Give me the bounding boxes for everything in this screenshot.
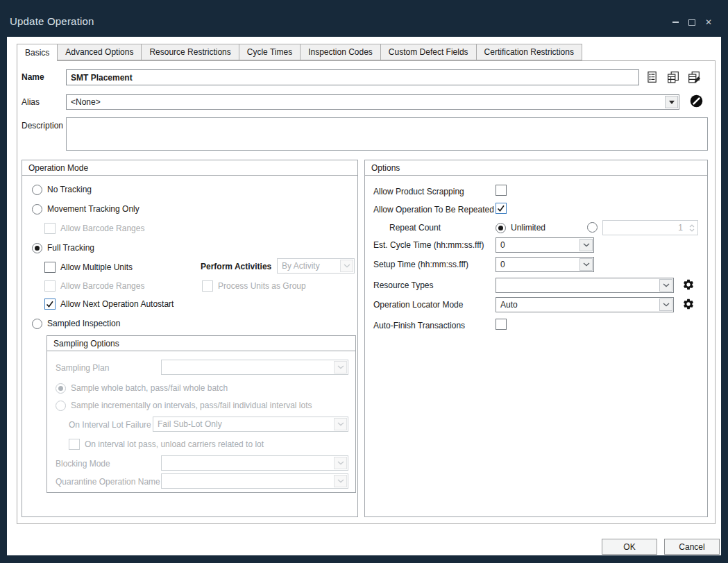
operation-locator-mode-label: Operation Locator Mode: [373, 300, 463, 310]
allow-product-scrapping-label: Allow Product Scrapping: [373, 187, 464, 196]
tab-resource-restrictions[interactable]: Resource Restrictions: [141, 44, 239, 60]
auto-finish-transactions-checkbox[interactable]: [496, 319, 507, 330]
options-group: Options Allow Product Scrapping Allow Op…: [364, 160, 708, 517]
tab-inspection-codes[interactable]: Inspection Codes: [300, 44, 381, 60]
alias-combobox[interactable]: <None>: [66, 94, 679, 110]
perform-activities-select: By Activity: [277, 258, 355, 274]
chevron-down-icon[interactable]: [579, 239, 593, 251]
tab-custom-defect-fields[interactable]: Custom Defect Fields: [380, 44, 477, 60]
radio-sampled-inspection[interactable]: Sampled Inspection: [32, 317, 120, 330]
radio-repeat-count-value[interactable]: [587, 222, 598, 233]
spinner-arrows-icon: [686, 221, 697, 235]
checkbox-icon[interactable]: [44, 299, 56, 310]
checkbox-full-allow-barcode-ranges: Allow Barcode Ranges: [44, 279, 144, 293]
minimize-button[interactable]: [670, 17, 681, 28]
checkbox-process-units-as-group: Process Units as Group: [202, 279, 306, 293]
checkbox-movement-allow-barcode-ranges: Allow Barcode Ranges: [44, 221, 144, 235]
perform-activities-label: Perform Activities: [201, 262, 271, 271]
copy-document-icon[interactable]: [667, 71, 679, 83]
chevron-down-icon: [334, 475, 347, 487]
operation-locator-mode-select[interactable]: Auto: [496, 297, 674, 312]
resource-types-gear-icon[interactable]: [682, 278, 695, 291]
resource-types-select[interactable]: [496, 278, 674, 293]
checkbox-icon: [202, 280, 213, 292]
checkbox-icon: [44, 280, 56, 292]
slash-circle-icon[interactable]: [690, 94, 702, 107]
alias-label: Alias: [22, 97, 40, 107]
checkbox-allow-multiple-units[interactable]: Allow Multiple Units: [44, 260, 133, 274]
copy-document-edit-icon[interactable]: [688, 71, 700, 83]
resource-types-label: Resource Types: [373, 280, 434, 290]
setup-time-label: Setup Time (hh:mm:ss.fff): [373, 260, 468, 269]
chevron-down-icon[interactable]: [659, 279, 672, 292]
chevron-down-icon: [334, 418, 347, 430]
repeat-count-label: Repeat Count: [389, 223, 441, 233]
radio-movement-tracking-only[interactable]: Movement Tracking Only: [32, 202, 139, 216]
sampling-options-group: Sampling Options Sampling Plan Sample wh…: [46, 335, 356, 493]
checkbox-allow-next-operation-autostart[interactable]: Allow Next Operation Autostart: [44, 297, 173, 311]
operation-locator-mode-gear-icon[interactable]: [682, 298, 695, 310]
tab-certification-restrictions[interactable]: Certification Restrictions: [476, 44, 582, 60]
radio-icon[interactable]: [32, 243, 42, 253]
radio-sample-whole-batch: Sample whole batch, pass/fail whole batc…: [56, 381, 228, 395]
chevron-down-icon: [340, 260, 353, 272]
on-interval-lot-failure-label: On Interval Lot Failure: [69, 420, 151, 430]
maximize-button[interactable]: [686, 17, 697, 28]
radio-no-tracking[interactable]: No Tracking: [32, 183, 92, 196]
radio-icon: [56, 401, 66, 411]
cancel-button[interactable]: Cancel: [664, 539, 720, 555]
close-button[interactable]: ✕: [703, 17, 714, 28]
close-icon: ✕: [705, 18, 712, 26]
update-operation-dialog: Update Operation ✕ Basics Advanced Optio…: [0, 0, 728, 563]
chevron-down-icon: [669, 101, 675, 104]
sampling-plan-select: [161, 360, 348, 375]
radio-icon: [56, 383, 66, 394]
alias-value: <None>: [67, 95, 664, 109]
radio-full-tracking[interactable]: Full Tracking: [32, 241, 94, 255]
checkbox-on-interval-lot-pass-unload: On interval lot pass, unload carriers re…: [69, 437, 264, 451]
dialog-body: Basics Advanced Options Resource Restric…: [7, 37, 721, 555]
radio-icon[interactable]: [496, 223, 506, 233]
blocking-mode-select: [161, 455, 348, 471]
checkbox-icon: [44, 223, 56, 234]
window-controls: ✕: [670, 17, 714, 28]
tab-basics[interactable]: Basics: [17, 44, 58, 61]
chevron-down-icon: [334, 361, 347, 373]
quarantine-operation-name-select: [161, 473, 348, 489]
tab-cycle-times[interactable]: Cycle Times: [239, 44, 300, 60]
auto-finish-transactions-label: Auto-Finish Transactions: [373, 321, 465, 330]
radio-repeat-unlimited[interactable]: Unlimited: [496, 221, 545, 235]
document-list-icon[interactable]: [645, 71, 658, 83]
operation-mode-group: Operation Mode No Tracking Movement Trac…: [22, 160, 358, 517]
allow-operation-repeated-label: Allow Operation To Be Repeated: [373, 205, 494, 215]
quarantine-operation-name-label: Quarantine Operation Name: [56, 477, 160, 487]
checkbox-icon[interactable]: [44, 262, 56, 273]
ok-button[interactable]: OK: [602, 539, 657, 555]
description-textarea[interactable]: [66, 117, 708, 151]
radio-icon[interactable]: [32, 319, 42, 329]
tab-advanced-options[interactable]: Advanced Options: [57, 44, 142, 60]
sampling-options-group-title: Sampling Options: [47, 336, 355, 351]
checkbox-icon: [69, 439, 80, 450]
radio-sample-incrementally: Sample incrementally on intervals, pass/…: [56, 398, 312, 412]
allow-product-scrapping-checkbox[interactable]: [496, 185, 507, 196]
tab-strip: Basics Advanced Options Resource Restric…: [17, 44, 582, 61]
chevron-down-icon[interactable]: [579, 258, 593, 271]
setup-time-select[interactable]: 0: [496, 257, 594, 272]
repeat-count-spinner: 1: [602, 220, 698, 235]
allow-operation-repeated-checkbox[interactable]: [496, 203, 507, 214]
minimize-icon: [672, 22, 679, 23]
on-interval-lot-failure-select: Fail Sub-Lot Only: [153, 417, 348, 432]
tab-page-basics: Name Alias <None> Description: [17, 60, 716, 524]
radio-icon[interactable]: [32, 204, 42, 215]
maximize-icon: [688, 19, 695, 26]
alias-dropdown-button[interactable]: [665, 96, 678, 108]
chevron-down-icon: [334, 457, 347, 469]
name-input[interactable]: [66, 69, 639, 85]
est-cycle-time-select[interactable]: 0: [496, 237, 594, 253]
window-title: Update Operation: [10, 15, 94, 27]
chevron-down-icon[interactable]: [659, 299, 672, 311]
operation-mode-group-title: Operation Mode: [22, 160, 357, 176]
radio-icon[interactable]: [32, 185, 42, 195]
description-label: Description: [22, 121, 63, 131]
